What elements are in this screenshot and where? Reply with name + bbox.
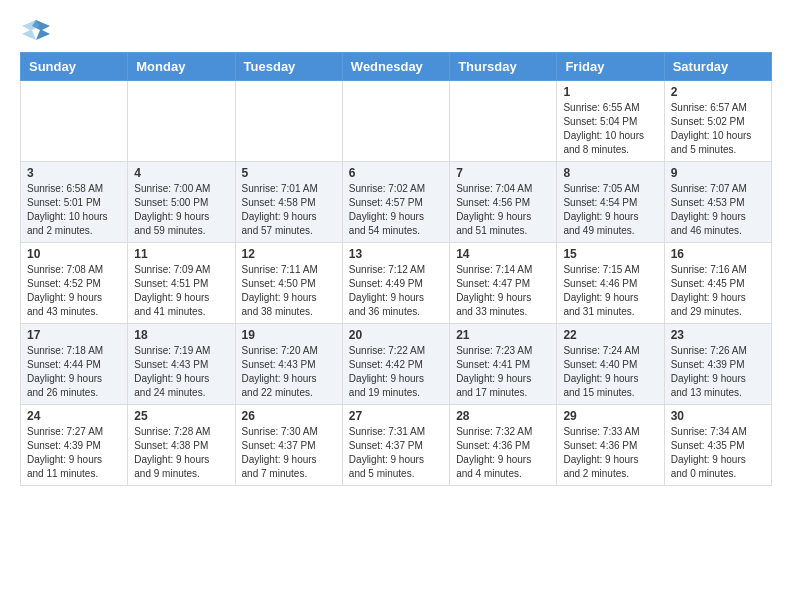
day-number: 5	[242, 166, 336, 180]
day-number: 3	[27, 166, 121, 180]
day-number: 26	[242, 409, 336, 423]
calendar-cell: 21Sunrise: 7:23 AM Sunset: 4:41 PM Dayli…	[450, 324, 557, 405]
calendar-cell: 18Sunrise: 7:19 AM Sunset: 4:43 PM Dayli…	[128, 324, 235, 405]
day-number: 25	[134, 409, 228, 423]
calendar-cell: 7Sunrise: 7:04 AM Sunset: 4:56 PM Daylig…	[450, 162, 557, 243]
day-number: 24	[27, 409, 121, 423]
day-info: Sunrise: 7:20 AM Sunset: 4:43 PM Dayligh…	[242, 344, 336, 400]
day-info: Sunrise: 7:31 AM Sunset: 4:37 PM Dayligh…	[349, 425, 443, 481]
calendar-cell: 15Sunrise: 7:15 AM Sunset: 4:46 PM Dayli…	[557, 243, 664, 324]
calendar-cell: 10Sunrise: 7:08 AM Sunset: 4:52 PM Dayli…	[21, 243, 128, 324]
calendar-cell: 14Sunrise: 7:14 AM Sunset: 4:47 PM Dayli…	[450, 243, 557, 324]
calendar-cell	[450, 81, 557, 162]
calendar-cell: 28Sunrise: 7:32 AM Sunset: 4:36 PM Dayli…	[450, 405, 557, 486]
calendar-cell: 24Sunrise: 7:27 AM Sunset: 4:39 PM Dayli…	[21, 405, 128, 486]
day-number: 17	[27, 328, 121, 342]
day-info: Sunrise: 7:32 AM Sunset: 4:36 PM Dayligh…	[456, 425, 550, 481]
day-info: Sunrise: 7:00 AM Sunset: 5:00 PM Dayligh…	[134, 182, 228, 238]
week-row-2: 10Sunrise: 7:08 AM Sunset: 4:52 PM Dayli…	[21, 243, 772, 324]
calendar-cell	[128, 81, 235, 162]
calendar-header-row: SundayMondayTuesdayWednesdayThursdayFrid…	[21, 53, 772, 81]
day-number: 10	[27, 247, 121, 261]
day-info: Sunrise: 7:28 AM Sunset: 4:38 PM Dayligh…	[134, 425, 228, 481]
day-number: 21	[456, 328, 550, 342]
day-info: Sunrise: 7:01 AM Sunset: 4:58 PM Dayligh…	[242, 182, 336, 238]
day-info: Sunrise: 7:33 AM Sunset: 4:36 PM Dayligh…	[563, 425, 657, 481]
day-info: Sunrise: 7:04 AM Sunset: 4:56 PM Dayligh…	[456, 182, 550, 238]
day-info: Sunrise: 7:08 AM Sunset: 4:52 PM Dayligh…	[27, 263, 121, 319]
calendar-cell: 5Sunrise: 7:01 AM Sunset: 4:58 PM Daylig…	[235, 162, 342, 243]
day-number: 27	[349, 409, 443, 423]
day-info: Sunrise: 7:34 AM Sunset: 4:35 PM Dayligh…	[671, 425, 765, 481]
calendar-cell: 23Sunrise: 7:26 AM Sunset: 4:39 PM Dayli…	[664, 324, 771, 405]
calendar-cell: 12Sunrise: 7:11 AM Sunset: 4:50 PM Dayli…	[235, 243, 342, 324]
day-number: 6	[349, 166, 443, 180]
day-info: Sunrise: 7:09 AM Sunset: 4:51 PM Dayligh…	[134, 263, 228, 319]
col-header-wednesday: Wednesday	[342, 53, 449, 81]
day-info: Sunrise: 7:02 AM Sunset: 4:57 PM Dayligh…	[349, 182, 443, 238]
day-info: Sunrise: 6:57 AM Sunset: 5:02 PM Dayligh…	[671, 101, 765, 157]
calendar-cell: 19Sunrise: 7:20 AM Sunset: 4:43 PM Dayli…	[235, 324, 342, 405]
day-number: 22	[563, 328, 657, 342]
day-number: 7	[456, 166, 550, 180]
day-info: Sunrise: 7:22 AM Sunset: 4:42 PM Dayligh…	[349, 344, 443, 400]
calendar-cell: 20Sunrise: 7:22 AM Sunset: 4:42 PM Dayli…	[342, 324, 449, 405]
day-info: Sunrise: 7:23 AM Sunset: 4:41 PM Dayligh…	[456, 344, 550, 400]
day-info: Sunrise: 7:16 AM Sunset: 4:45 PM Dayligh…	[671, 263, 765, 319]
day-number: 19	[242, 328, 336, 342]
day-info: Sunrise: 7:12 AM Sunset: 4:49 PM Dayligh…	[349, 263, 443, 319]
day-number: 12	[242, 247, 336, 261]
calendar-cell: 25Sunrise: 7:28 AM Sunset: 4:38 PM Dayli…	[128, 405, 235, 486]
day-info: Sunrise: 7:07 AM Sunset: 4:53 PM Dayligh…	[671, 182, 765, 238]
calendar-cell: 16Sunrise: 7:16 AM Sunset: 4:45 PM Dayli…	[664, 243, 771, 324]
day-info: Sunrise: 7:19 AM Sunset: 4:43 PM Dayligh…	[134, 344, 228, 400]
day-info: Sunrise: 7:18 AM Sunset: 4:44 PM Dayligh…	[27, 344, 121, 400]
calendar: SundayMondayTuesdayWednesdayThursdayFrid…	[20, 52, 772, 486]
day-number: 30	[671, 409, 765, 423]
week-row-1: 3Sunrise: 6:58 AM Sunset: 5:01 PM Daylig…	[21, 162, 772, 243]
calendar-cell: 6Sunrise: 7:02 AM Sunset: 4:57 PM Daylig…	[342, 162, 449, 243]
day-number: 15	[563, 247, 657, 261]
calendar-cell: 27Sunrise: 7:31 AM Sunset: 4:37 PM Dayli…	[342, 405, 449, 486]
day-info: Sunrise: 6:55 AM Sunset: 5:04 PM Dayligh…	[563, 101, 657, 157]
calendar-cell: 4Sunrise: 7:00 AM Sunset: 5:00 PM Daylig…	[128, 162, 235, 243]
day-number: 20	[349, 328, 443, 342]
calendar-cell: 1Sunrise: 6:55 AM Sunset: 5:04 PM Daylig…	[557, 81, 664, 162]
day-info: Sunrise: 7:11 AM Sunset: 4:50 PM Dayligh…	[242, 263, 336, 319]
day-info: Sunrise: 6:58 AM Sunset: 5:01 PM Dayligh…	[27, 182, 121, 238]
logo	[20, 16, 50, 44]
header	[20, 16, 772, 44]
day-number: 14	[456, 247, 550, 261]
calendar-cell: 17Sunrise: 7:18 AM Sunset: 4:44 PM Dayli…	[21, 324, 128, 405]
day-number: 28	[456, 409, 550, 423]
day-info: Sunrise: 7:14 AM Sunset: 4:47 PM Dayligh…	[456, 263, 550, 319]
calendar-cell: 11Sunrise: 7:09 AM Sunset: 4:51 PM Dayli…	[128, 243, 235, 324]
day-info: Sunrise: 7:05 AM Sunset: 4:54 PM Dayligh…	[563, 182, 657, 238]
calendar-cell: 30Sunrise: 7:34 AM Sunset: 4:35 PM Dayli…	[664, 405, 771, 486]
page: SundayMondayTuesdayWednesdayThursdayFrid…	[0, 0, 792, 502]
col-header-thursday: Thursday	[450, 53, 557, 81]
day-number: 23	[671, 328, 765, 342]
day-number: 8	[563, 166, 657, 180]
logo-bird-icon	[22, 16, 50, 44]
day-number: 29	[563, 409, 657, 423]
week-row-4: 24Sunrise: 7:27 AM Sunset: 4:39 PM Dayli…	[21, 405, 772, 486]
day-info: Sunrise: 7:26 AM Sunset: 4:39 PM Dayligh…	[671, 344, 765, 400]
col-header-monday: Monday	[128, 53, 235, 81]
day-number: 9	[671, 166, 765, 180]
calendar-cell: 26Sunrise: 7:30 AM Sunset: 4:37 PM Dayli…	[235, 405, 342, 486]
day-number: 18	[134, 328, 228, 342]
calendar-cell: 29Sunrise: 7:33 AM Sunset: 4:36 PM Dayli…	[557, 405, 664, 486]
col-header-sunday: Sunday	[21, 53, 128, 81]
calendar-cell	[342, 81, 449, 162]
calendar-cell	[21, 81, 128, 162]
col-header-saturday: Saturday	[664, 53, 771, 81]
day-info: Sunrise: 7:15 AM Sunset: 4:46 PM Dayligh…	[563, 263, 657, 319]
calendar-cell: 13Sunrise: 7:12 AM Sunset: 4:49 PM Dayli…	[342, 243, 449, 324]
day-number: 16	[671, 247, 765, 261]
calendar-cell: 8Sunrise: 7:05 AM Sunset: 4:54 PM Daylig…	[557, 162, 664, 243]
day-number: 4	[134, 166, 228, 180]
day-info: Sunrise: 7:27 AM Sunset: 4:39 PM Dayligh…	[27, 425, 121, 481]
day-number: 2	[671, 85, 765, 99]
calendar-cell: 2Sunrise: 6:57 AM Sunset: 5:02 PM Daylig…	[664, 81, 771, 162]
